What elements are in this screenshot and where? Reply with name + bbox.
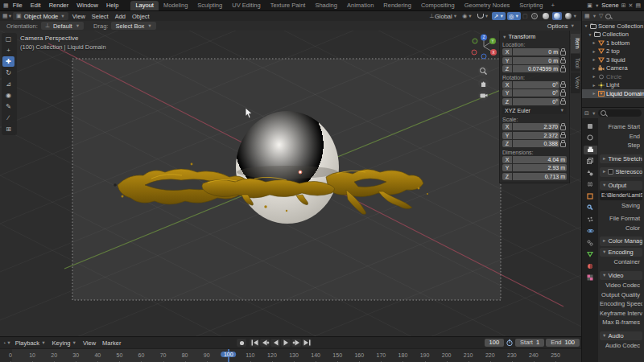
- gizmo-z-neg[interactable]: [481, 54, 486, 59]
- lock-icon[interactable]: [560, 51, 566, 56]
- lock-icon[interactable]: [560, 125, 566, 130]
- expander-icon[interactable]: ▼: [584, 23, 588, 28]
- play-button[interactable]: [281, 339, 291, 347]
- viewport-menu-object[interactable]: Object: [129, 13, 153, 20]
- tool-add-cube[interactable]: ⊞: [2, 124, 14, 134]
- jump-to-end-button[interactable]: [302, 339, 312, 347]
- unlink-scene-icon[interactable]: ✕: [629, 2, 634, 9]
- gizmo-x-neg[interactable]: [472, 50, 477, 55]
- panel-color-management[interactable]: ►Color Management: [600, 237, 642, 246]
- shading-material-button[interactable]: [552, 12, 562, 20]
- workspace-tab-shading[interactable]: Shading: [310, 1, 342, 10]
- shading-wireframe-button[interactable]: [530, 12, 539, 20]
- gizmo-y-neg[interactable]: [473, 39, 477, 43]
- expander-icon[interactable]: ▼: [588, 32, 592, 37]
- viewport-menu-add[interactable]: Add: [112, 13, 129, 20]
- workspace-tab-layout[interactable]: Layout: [130, 1, 159, 10]
- properties-tab-material[interactable]: [584, 262, 597, 271]
- tool-rotate[interactable]: ↻: [2, 68, 14, 78]
- workspace-tab-compositing[interactable]: Compositing: [416, 1, 460, 10]
- rotation-y-field[interactable]: 0°: [513, 89, 559, 97]
- panel-audio[interactable]: ▼Audio: [600, 331, 642, 341]
- workspace-tab-rendering[interactable]: Rendering: [378, 1, 416, 10]
- display-mode-icon[interactable]: ▦: [584, 13, 590, 19]
- tool-transform[interactable]: ◉: [2, 90, 14, 101]
- viewport-canvas[interactable]: ▢+✚↻⊿◉✎∕⊞ Camera Perspective (100) Colle…: [0, 31, 581, 336]
- viewport-menu-view[interactable]: View: [69, 13, 89, 20]
- frame-end-field[interactable]: End100: [546, 339, 580, 347]
- properties-tab-output[interactable]: [584, 146, 597, 154]
- scale-y-field[interactable]: 2.372: [513, 132, 559, 139]
- zoom-view-button[interactable]: [478, 66, 489, 76]
- tab-tool[interactable]: Tool: [571, 54, 580, 72]
- dimensions-z-field[interactable]: 0.713 m: [513, 173, 567, 180]
- properties-tab-texture[interactable]: [584, 274, 597, 283]
- expander-icon[interactable]: ►: [592, 49, 597, 54]
- lock-icon[interactable]: [560, 101, 566, 105]
- menu-file[interactable]: File: [9, 2, 27, 9]
- snap-target-dropdown[interactable]: ↗▼: [492, 12, 506, 20]
- jump-to-start-button[interactable]: [250, 339, 259, 347]
- panel-output[interactable]: ▼Output: [600, 181, 642, 191]
- filter-icon[interactable]: ▽: [599, 13, 603, 19]
- tool-annotate[interactable]: ✎: [2, 101, 14, 112]
- dimensions-x-field[interactable]: 4.04 m: [513, 156, 567, 163]
- add-workspace-button[interactable]: +: [548, 2, 559, 9]
- panel-time-stretching[interactable]: ►Time Stretching: [600, 154, 642, 164]
- properties-search-input[interactable]: [598, 109, 642, 117]
- outliner-row-liquid-domain[interactable]: ►Liquid Domain: [582, 89, 644, 98]
- menu-help[interactable]: Help: [102, 2, 122, 9]
- workspace-tab-animation[interactable]: Animation: [342, 1, 378, 10]
- scene-selector[interactable]: ▣▼ Scene ⊞ ✕ ▤: [587, 2, 641, 9]
- outliner-row-scene-collection[interactable]: ▼Scene Collection: [582, 22, 644, 31]
- tool-scale[interactable]: ⊿: [2, 79, 14, 89]
- outliner-row-1-bottom[interactable]: ►1 bottom: [582, 39, 644, 47]
- tool-select-box[interactable]: ▢: [2, 34, 14, 44]
- outliner-row-circle[interactable]: ►Circle: [582, 72, 644, 81]
- timeline-menu-keying[interactable]: Keying▼: [49, 339, 80, 347]
- tab-view[interactable]: View: [571, 72, 580, 93]
- lock-icon[interactable]: [560, 92, 566, 97]
- outliner-row-3-liquid[interactable]: ►3 liquid: [582, 56, 644, 64]
- frame-start-field[interactable]: Start1: [515, 339, 544, 347]
- lock-icon[interactable]: [560, 60, 566, 64]
- scale-x-field[interactable]: 2.370: [513, 123, 559, 130]
- blender-logo-icon[interactable]: ▦: [3, 2, 9, 9]
- pan-view-button[interactable]: [478, 78, 489, 88]
- timeline-menu-view[interactable]: View: [80, 339, 99, 347]
- dimensions-y-field[interactable]: 2.93 m: [513, 164, 567, 171]
- mode-selector[interactable]: ▣ Object Mode ▼: [13, 12, 68, 20]
- properties-tab-object-data[interactable]: [584, 251, 597, 260]
- properties-tab-tool[interactable]: [584, 122, 597, 131]
- rotation-mode-dropdown[interactable]: XYZ Euler ▼: [502, 106, 567, 114]
- expander-icon[interactable]: ►: [592, 57, 597, 62]
- new-scene-icon[interactable]: ⊞: [621, 2, 626, 9]
- tab-item[interactable]: Item: [571, 34, 580, 53]
- prev-keyframe-button[interactable]: [260, 339, 270, 347]
- search-icon[interactable]: [605, 14, 611, 19]
- rotation-z-field[interactable]: 0°: [513, 98, 559, 105]
- current-frame-field[interactable]: 100: [485, 339, 505, 347]
- properties-tab-scene[interactable]: [584, 169, 597, 178]
- workspace-tab-scripting[interactable]: Scripting: [514, 1, 547, 10]
- shading-solid-button[interactable]: [541, 12, 551, 20]
- properties-tab-view-layer[interactable]: [584, 158, 597, 167]
- expander-icon[interactable]: ►: [592, 74, 597, 79]
- auto-keying-button[interactable]: [237, 339, 246, 347]
- lock-icon[interactable]: [560, 68, 566, 72]
- viewport-menu-select[interactable]: Select: [89, 13, 112, 20]
- scale-z-field[interactable]: 0.388: [513, 140, 559, 147]
- workspace-tab-geometry-nodes[interactable]: Geometry Nodes: [460, 1, 515, 10]
- drag-mode-dropdown[interactable]: Select Box ▼: [111, 22, 155, 30]
- expander-icon[interactable]: ►: [592, 91, 597, 96]
- expander-icon[interactable]: ►: [592, 40, 597, 45]
- panel-video[interactable]: ▼Video: [600, 271, 642, 281]
- outliner-row-2-top[interactable]: ►2 top: [582, 47, 644, 56]
- workspace-tab-uv-editing[interactable]: UV Editing: [227, 1, 265, 10]
- location-y-field[interactable]: 0 m: [513, 57, 559, 64]
- tool-cursor[interactable]: +: [2, 45, 14, 56]
- workspace-tab-modeling[interactable]: Modeling: [159, 1, 192, 10]
- options-dropdown[interactable]: Options ▼: [547, 23, 575, 30]
- lock-icon[interactable]: [560, 142, 566, 147]
- timeline-menu-marker[interactable]: Marker: [99, 339, 124, 347]
